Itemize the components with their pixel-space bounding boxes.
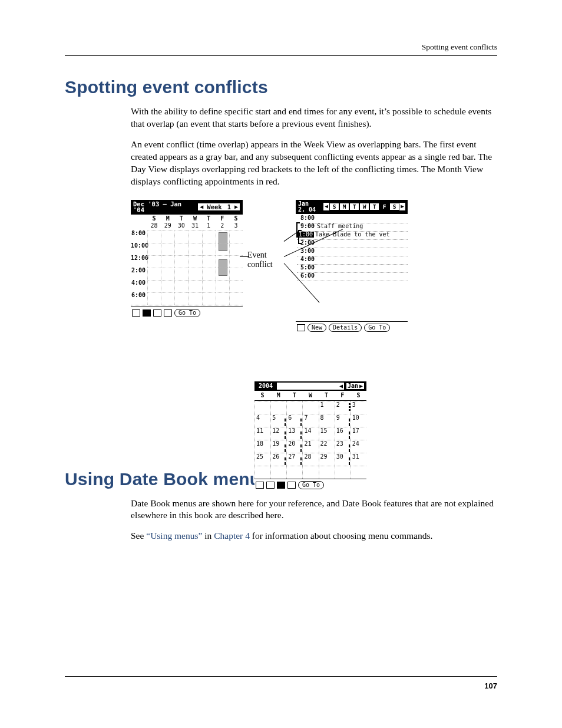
month-cell[interactable]: 9 — [335, 414, 351, 427]
dow-cell[interactable]: S — [329, 203, 339, 211]
week-cell[interactable] — [161, 243, 174, 255]
month-cell[interactable]: 28 — [302, 453, 318, 466]
dow-cell[interactable]: S — [389, 203, 399, 211]
week-cell[interactable] — [174, 280, 188, 292]
month-cell[interactable]: 20 — [286, 440, 302, 453]
week-cell[interactable] — [147, 255, 161, 268]
week-cell[interactable] — [229, 292, 243, 305]
day-row[interactable]: 9:00Staff meeting — [297, 223, 408, 232]
next-month-icon[interactable]: ▶ — [359, 383, 363, 389]
week-cell[interactable] — [161, 280, 174, 292]
week-cell[interactable] — [147, 280, 161, 292]
week-cell[interactable] — [202, 292, 216, 305]
week-cell[interactable] — [202, 268, 216, 280]
agenda-icon[interactable] — [297, 324, 305, 331]
month-view-icon-m[interactable] — [277, 482, 285, 489]
week-cell[interactable] — [188, 255, 201, 268]
week-cell[interactable] — [147, 243, 161, 255]
week-cell[interactable] — [229, 268, 243, 280]
month-cell[interactable] — [254, 401, 270, 414]
month-view-icon[interactable] — [153, 309, 161, 317]
day-view-icon-m[interactable] — [256, 482, 264, 489]
month-cell[interactable] — [302, 466, 318, 479]
month-cell[interactable] — [286, 466, 302, 479]
week-view-icon-m[interactable] — [266, 482, 275, 489]
month-cell[interactable]: 16 — [335, 427, 351, 440]
month-cell[interactable]: 12 — [270, 427, 286, 440]
day-row[interactable]: 4:00 — [297, 256, 408, 265]
week-cell[interactable] — [216, 243, 229, 255]
month-cell[interactable]: 22 — [319, 440, 335, 453]
week-cell[interactable] — [174, 255, 188, 268]
week-cell[interactable] — [147, 292, 161, 305]
month-cell[interactable]: 29 — [319, 453, 335, 466]
month-cell[interactable]: 18 — [254, 440, 270, 453]
week-cell[interactable] — [216, 255, 229, 268]
month-cell[interactable]: 21 — [302, 440, 318, 453]
month-cell[interactable]: 27 — [286, 453, 302, 466]
month-cell[interactable]: 17 — [351, 427, 366, 440]
month-cell[interactable]: 25 — [254, 453, 270, 466]
week-cell[interactable] — [229, 243, 243, 255]
week-cell[interactable] — [202, 255, 216, 268]
week-cell[interactable] — [188, 280, 201, 292]
day-view-icon[interactable] — [132, 309, 140, 317]
week-cell[interactable] — [188, 292, 201, 305]
week-cell[interactable] — [188, 230, 201, 243]
week-cell[interactable] — [161, 292, 174, 305]
month-cell[interactable]: 5 — [270, 414, 286, 427]
week-view-icon[interactable] — [143, 309, 151, 317]
week-cell[interactable] — [188, 243, 201, 255]
day-row[interactable]: 6:00 — [297, 273, 408, 281]
month-cell[interactable]: 15 — [319, 427, 335, 440]
prev-week-icon[interactable]: ◀ — [198, 204, 205, 210]
week-cell[interactable] — [229, 280, 243, 292]
goto-button[interactable]: Go To — [174, 309, 200, 317]
week-cell[interactable] — [229, 255, 243, 268]
week-cell[interactable] — [216, 292, 229, 305]
week-cell[interactable] — [161, 268, 174, 280]
dow-cell[interactable]: W — [359, 203, 369, 211]
dow-cell[interactable]: T — [369, 203, 379, 211]
link-using-menus[interactable]: “Using menus” — [146, 531, 202, 541]
month-cell[interactable]: 4 — [254, 414, 270, 427]
week-nav[interactable]: ◀ Week 1 ▶ — [197, 203, 240, 211]
day-of-week-nav[interactable]: ◀SMTWTFS▶ — [323, 203, 405, 211]
week-cell[interactable] — [174, 292, 188, 305]
prev-day-icon[interactable]: ◀ — [323, 203, 329, 211]
day-row[interactable]: 2:00 — [297, 240, 408, 248]
week-cell[interactable] — [174, 243, 188, 255]
month-cell[interactable]: 2 — [335, 401, 351, 414]
week-cell[interactable] — [174, 230, 188, 243]
month-cell[interactable]: 8 — [319, 414, 335, 427]
month-cell[interactable]: 30 — [335, 453, 351, 466]
month-cell[interactable]: 23 — [335, 440, 351, 453]
week-cell[interactable] — [188, 268, 201, 280]
agenda-view-icon-m[interactable] — [287, 482, 296, 489]
month-cell[interactable]: 14 — [302, 427, 318, 440]
week-cell[interactable] — [161, 255, 174, 268]
new-button[interactable]: New — [308, 324, 326, 332]
month-cell[interactable]: 19 — [270, 440, 286, 453]
month-cell[interactable] — [319, 466, 335, 479]
month-cell[interactable] — [270, 466, 286, 479]
month-cell[interactable]: 13 — [286, 427, 302, 440]
month-cell[interactable] — [302, 401, 318, 414]
month-cell[interactable] — [351, 466, 366, 479]
dow-cell[interactable]: M — [339, 203, 349, 211]
agenda-view-icon[interactable] — [164, 309, 172, 317]
month-cell[interactable]: 1 — [319, 401, 335, 414]
dow-cell[interactable]: T — [349, 203, 359, 211]
month-cell[interactable]: 24 — [351, 440, 366, 453]
week-cell[interactable] — [174, 268, 188, 280]
week-cell[interactable] — [202, 243, 216, 255]
month-cell[interactable]: 10 — [351, 414, 366, 427]
week-cell[interactable] — [202, 280, 216, 292]
month-cell[interactable]: 11 — [254, 427, 270, 440]
prev-month-icon[interactable]: ◀ — [339, 383, 343, 389]
day-row[interactable]: 8:00 — [297, 215, 408, 223]
next-week-icon[interactable]: ▶ — [233, 204, 240, 210]
month-cell[interactable]: 6 — [286, 414, 302, 427]
day-row[interactable]: 5:00 — [297, 265, 408, 273]
week-cell[interactable] — [202, 230, 216, 243]
